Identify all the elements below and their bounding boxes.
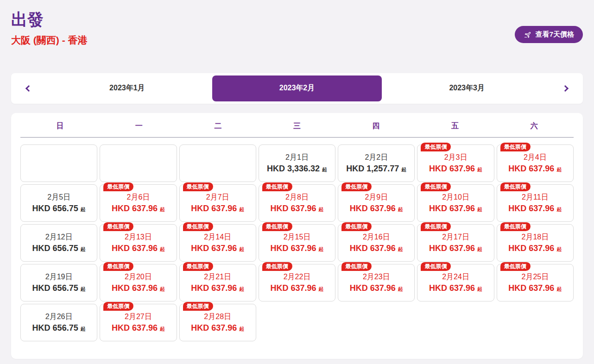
fare-price: HKD 637.96 起 — [350, 204, 403, 213]
fare-price: HKD 637.96 起 — [508, 204, 562, 213]
next-month-button[interactable] — [552, 73, 581, 104]
fare-price: HKD 637.96 起 — [191, 323, 244, 333]
fare-cell[interactable]: 最低票價2月13日HKD 637.96 起 — [100, 224, 177, 262]
month-tab[interactable]: 2023年3月 — [382, 75, 552, 101]
fare-date: 2月19日 — [45, 272, 73, 282]
weekday-label: 四 — [336, 121, 416, 131]
page: 出發 大阪 (關西) - 香港 查看7天價格 2023年1月2023年2月202… — [0, 0, 594, 359]
fare-price: HKD 637.96 起 — [191, 244, 244, 253]
fare-cell[interactable]: 最低票價2月3日HKD 637.96 起 — [417, 144, 494, 182]
fare-date: 2月7日 — [206, 193, 229, 202]
fare-price: HKD 637.96 起 — [112, 244, 165, 253]
empty-cell — [100, 144, 177, 182]
lowest-fare-badge: 最低票價 — [183, 222, 213, 231]
weekday-label: 三 — [258, 121, 337, 131]
fare-date: 2月4日 — [524, 153, 547, 163]
lowest-fare-badge: 最低票價 — [421, 143, 451, 151]
fare-date: 2月26日 — [45, 312, 73, 322]
fare-cell[interactable]: 最低票價2月4日HKD 637.96 起 — [497, 144, 574, 182]
lowest-fare-badge: 最低票價 — [341, 222, 372, 231]
fare-price: HKD 637.96 起 — [112, 323, 165, 333]
fare-cell[interactable]: 最低票價2月8日HKD 637.96 起 — [259, 184, 335, 222]
fare-price: HKD 637.96 起 — [112, 283, 165, 293]
fare-price: HKD 637.96 起 — [508, 164, 562, 174]
fare-price: HKD 637.96 起 — [112, 204, 165, 213]
fare-date: 2月1日 — [285, 153, 309, 163]
fare-price: HKD 637.96 起 — [508, 283, 562, 293]
lowest-fare-badge: 最低票價 — [500, 182, 531, 191]
month-tabs: 2023年1月2023年2月2023年3月 — [42, 73, 552, 104]
fare-cell[interactable]: 最低票價2月10日HKD 637.96 起 — [417, 184, 494, 222]
fare-date: 2月6日 — [127, 193, 150, 202]
fare-cell[interactable]: 最低票價2月25日HKD 637.96 起 — [497, 264, 574, 301]
month-tab[interactable]: 2023年1月 — [42, 75, 212, 101]
fare-cell[interactable]: 最低票價2月24日HKD 637.96 起 — [417, 264, 494, 301]
lowest-fare-badge: 最低票價 — [103, 262, 133, 271]
fare-cell[interactable]: 最低票價2月6日HKD 637.96 起 — [100, 184, 177, 222]
lowest-fare-badge: 最低票價 — [500, 262, 531, 271]
fare-price: HKD 637.96 起 — [270, 244, 323, 253]
fare-cell[interactable]: 最低票價2月7日HKD 637.96 起 — [179, 184, 256, 222]
fare-price: HKD 637.96 起 — [429, 283, 482, 293]
fare-cell[interactable]: 最低票價2月16日HKD 637.96 起 — [338, 224, 415, 262]
fare-cell[interactable]: 2月12日HKD 656.75 起 — [20, 224, 97, 262]
fare-price: HKD 656.75 起 — [32, 323, 86, 333]
lowest-fare-badge: 最低票價 — [421, 222, 451, 231]
month-navigation: 2023年1月2023年2月2023年3月 — [11, 73, 583, 104]
fare-cell[interactable]: 最低票價2月20日HKD 637.96 起 — [100, 264, 177, 301]
weekday-label: 一 — [100, 121, 179, 131]
fare-cell[interactable]: 2月2日HKD 1,257.77 起 — [338, 144, 415, 182]
fare-date: 2月16日 — [363, 232, 390, 242]
weekday-header-row: 日一二三四五六 — [20, 121, 574, 138]
lowest-fare-badge: 最低票價 — [103, 222, 133, 231]
fare-date: 2月17日 — [442, 232, 469, 242]
fare-date: 2月13日 — [125, 232, 152, 242]
lowest-fare-badge: 最低票價 — [500, 143, 531, 151]
fare-cell[interactable]: 最低票價2月21日HKD 637.96 起 — [179, 264, 256, 301]
fare-cell[interactable]: 最低票價2月14日HKD 637.96 起 — [179, 224, 256, 262]
calendar-grid: 2月1日HKD 3,336.32 起2月2日HKD 1,257.77 起最低票價… — [20, 144, 574, 341]
fare-price: HKD 656.75 起 — [32, 204, 86, 213]
lowest-fare-badge: 最低票價 — [183, 182, 213, 191]
lowest-fare-badge: 最低票價 — [421, 182, 451, 191]
fare-date: 2月14日 — [204, 232, 231, 242]
fare-date: 2月21日 — [204, 272, 231, 282]
page-title: 出發 — [11, 9, 583, 30]
previous-month-button[interactable] — [13, 73, 42, 104]
weekday-label: 日 — [20, 121, 100, 131]
fare-date: 2月12日 — [45, 232, 73, 242]
fare-date: 2月11日 — [522, 193, 549, 202]
fare-price: HKD 637.96 起 — [191, 204, 244, 213]
fare-cell[interactable]: 2月26日HKD 656.75 起 — [20, 304, 97, 341]
fare-cell[interactable]: 2月5日HKD 656.75 起 — [20, 184, 97, 222]
blank-slot — [259, 304, 335, 341]
airplane-icon — [524, 30, 532, 39]
fare-cell[interactable]: 最低票價2月27日HKD 637.96 起 — [100, 304, 177, 341]
fare-price: HKD 637.96 起 — [191, 283, 244, 293]
fare-price: HKD 637.96 起 — [270, 283, 323, 293]
fare-cell[interactable]: 最低票價2月22日HKD 637.96 起 — [259, 264, 335, 301]
month-tab[interactable]: 2023年2月 — [212, 75, 382, 101]
fare-date: 2月3日 — [444, 153, 468, 163]
fare-price: HKD 637.96 起 — [429, 244, 482, 253]
view-7-day-prices-button[interactable]: 查看7天價格 — [515, 26, 583, 43]
fare-price: HKD 656.75 起 — [32, 244, 86, 253]
fare-cell[interactable]: 2月19日HKD 656.75 起 — [20, 264, 97, 301]
fare-cell[interactable]: 最低票價2月15日HKD 637.96 起 — [259, 224, 335, 262]
fare-cell[interactable]: 最低票價2月17日HKD 637.96 起 — [417, 224, 494, 262]
fare-cell[interactable]: 2月1日HKD 3,336.32 起 — [259, 144, 335, 182]
weekday-label: 五 — [416, 121, 495, 131]
blank-slot — [338, 304, 415, 341]
weekday-label: 二 — [178, 121, 258, 131]
route-title: 大阪 (關西) - 香港 — [11, 34, 583, 47]
lowest-fare-badge: 最低票價 — [500, 222, 531, 231]
fare-cell[interactable]: 最低票價2月28日HKD 637.96 起 — [179, 304, 256, 341]
fare-date: 2月22日 — [284, 272, 311, 282]
fare-cell[interactable]: 最低票價2月18日HKD 637.96 起 — [497, 224, 574, 262]
lowest-fare-badge: 最低票價 — [262, 222, 292, 231]
fare-cell[interactable]: 最低票價2月11日HKD 637.96 起 — [497, 184, 574, 222]
fare-cell[interactable]: 最低票價2月23日HKD 637.96 起 — [338, 264, 415, 301]
fare-cell[interactable]: 最低票價2月9日HKD 637.96 起 — [338, 184, 415, 222]
fare-date: 2月5日 — [47, 193, 70, 202]
fare-price: HKD 637.96 起 — [270, 204, 323, 213]
